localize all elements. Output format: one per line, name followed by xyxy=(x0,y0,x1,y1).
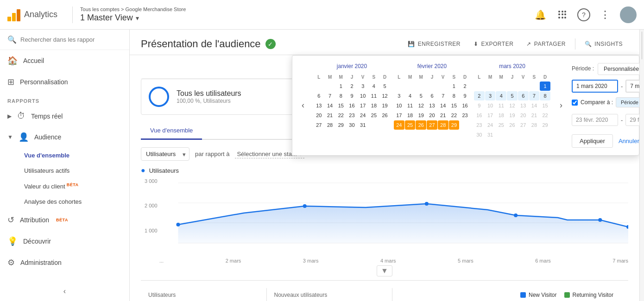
cal-day[interactable]: 19 xyxy=(507,111,518,120)
compare-select[interactable]: Période précédente xyxy=(616,97,639,107)
compare-start-input[interactable] xyxy=(572,114,618,126)
cal-day[interactable]: 19 xyxy=(416,111,426,120)
cal-day-28-feb[interactable]: 28 xyxy=(438,120,448,130)
cal-day-4-mar[interactable]: 4 xyxy=(496,91,506,100)
cal-day[interactable]: 9 xyxy=(474,101,485,110)
cal-day[interactable]: 18 xyxy=(496,111,506,120)
calendar-prev-button[interactable]: ‹ xyxy=(300,99,306,112)
sidebar-sub-vue-ensemble[interactable]: Vue d'ensemble xyxy=(0,148,129,163)
cal-day[interactable]: 21 xyxy=(325,111,335,120)
cal-day-25-feb[interactable]: 25 xyxy=(405,120,416,130)
save-button[interactable]: 💾 ENREGISTRER xyxy=(402,37,466,51)
cancel-button[interactable]: Annuler xyxy=(619,138,639,144)
cal-day[interactable]: 6 xyxy=(427,91,437,100)
sidebar-item-temps-reel[interactable]: ▶ ⏱ Temps réel xyxy=(0,106,129,126)
cal-day[interactable]: 17 xyxy=(485,111,496,120)
cal-day[interactable]: 30 xyxy=(347,120,357,130)
cal-day[interactable]: 12 xyxy=(379,91,390,100)
cal-day-29-feb[interactable]: 29 xyxy=(449,120,460,130)
right-scrollbar[interactable] xyxy=(639,30,644,301)
export-button[interactable]: ⬇ EXPORTER xyxy=(468,37,519,51)
cal-day[interactable]: 2 xyxy=(347,82,357,91)
cal-day[interactable]: 25 xyxy=(496,120,506,130)
cal-day[interactable]: 9 xyxy=(460,91,470,100)
cal-day[interactable]: 10 xyxy=(358,91,368,100)
cal-day[interactable]: 17 xyxy=(358,101,368,110)
cal-day[interactable]: 31 xyxy=(485,130,496,139)
cal-day[interactable]: 7 xyxy=(325,91,335,100)
cal-day-24-feb[interactable]: 24 xyxy=(394,120,404,130)
cal-day[interactable]: 12 xyxy=(416,101,426,110)
master-view-selector[interactable]: 1 Master View ▾ xyxy=(80,13,186,23)
cal-day[interactable]: 16 xyxy=(474,111,485,120)
avatar[interactable] xyxy=(620,6,637,23)
cal-day[interactable]: 26 xyxy=(507,120,518,130)
cal-day[interactable]: 11 xyxy=(369,91,379,100)
cal-day[interactable]: 15 xyxy=(335,101,346,110)
compare-end-input[interactable] xyxy=(625,114,639,126)
cal-day[interactable]: 18 xyxy=(369,101,379,110)
cal-day[interactable]: 13 xyxy=(314,101,324,110)
cal-day[interactable]: 8 xyxy=(335,91,346,100)
cal-day[interactable]: 24 xyxy=(485,120,496,130)
cal-day[interactable]: 14 xyxy=(325,101,335,110)
cal-day[interactable]: 10 xyxy=(485,101,496,110)
cal-day[interactable]: 30 xyxy=(474,130,485,139)
cal-day[interactable]: 17 xyxy=(394,111,404,120)
cal-day[interactable]: 20 xyxy=(314,111,324,120)
cal-day[interactable]: 23 xyxy=(474,120,485,130)
sidebar-item-attribution[interactable]: ↺ Attribution BÉTA xyxy=(0,209,129,231)
apps-icon[interactable] xyxy=(555,7,570,22)
cal-day[interactable]: 16 xyxy=(347,101,357,110)
help-icon[interactable]: ? xyxy=(577,8,590,21)
cal-day[interactable]: 14 xyxy=(529,101,540,110)
cal-day[interactable]: 22 xyxy=(335,111,346,120)
sidebar-sub-analyse-cohortes[interactable]: Analyse des cohortes xyxy=(0,194,129,209)
sidebar-item-decouvrir[interactable]: 💡 Découvrir xyxy=(0,231,129,252)
cal-day[interactable]: 14 xyxy=(438,101,448,110)
cal-day[interactable]: 19 xyxy=(379,101,390,110)
cal-day[interactable]: 1 xyxy=(449,82,460,91)
cal-day[interactable]: 13 xyxy=(518,101,529,110)
cal-day-8-mar[interactable]: 8 xyxy=(540,91,550,100)
cal-day[interactable]: 15 xyxy=(449,101,460,110)
cal-day[interactable]: 27 xyxy=(314,120,324,130)
cal-day[interactable]: 3 xyxy=(358,82,368,91)
cal-day[interactable]: 21 xyxy=(438,111,448,120)
cal-day[interactable]: 11 xyxy=(405,101,416,110)
cal-day[interactable]: 29 xyxy=(335,120,346,130)
cal-day[interactable]: 4 xyxy=(369,82,379,91)
cal-day-27-feb[interactable]: 27 xyxy=(427,120,437,130)
cal-day[interactable]: 23 xyxy=(460,111,470,120)
cal-day[interactable]: 24 xyxy=(358,111,368,120)
start-date-input[interactable] xyxy=(572,80,618,93)
chart-dropdown-icon[interactable]: ▼ xyxy=(377,265,392,276)
sidebar-sub-valeur-client[interactable]: Valeur du clientBÉTA xyxy=(0,178,129,194)
bell-icon[interactable]: 🔔 xyxy=(533,7,548,22)
cal-day[interactable]: 7 xyxy=(438,91,448,100)
insights-button[interactable]: 🔍 INSIGHTS xyxy=(579,37,628,51)
sidebar-item-accueil[interactable]: 🏠 Accueil xyxy=(0,50,129,71)
cal-day[interactable]: 9 xyxy=(347,91,357,100)
cal-day[interactable]: 5 xyxy=(416,91,426,100)
cal-day[interactable]: 26 xyxy=(379,111,390,120)
cal-day-3-mar[interactable]: 3 xyxy=(485,91,496,100)
cal-day-5-mar[interactable]: 5 xyxy=(507,91,518,100)
cal-day[interactable]: 23 xyxy=(347,111,357,120)
sidebar-item-audience[interactable]: ▼ 👤 Audience xyxy=(0,126,129,148)
cal-day[interactable]: 10 xyxy=(394,101,404,110)
tab-vue-ensemble[interactable]: Vue d'ensemble xyxy=(141,122,202,140)
apply-button[interactable]: Appliquer xyxy=(572,134,613,148)
search-input[interactable] xyxy=(20,36,122,43)
cal-day-6-mar[interactable]: 6 xyxy=(518,91,529,100)
cal-day[interactable]: 28 xyxy=(325,120,335,130)
cal-day[interactable]: 8 xyxy=(449,91,460,100)
cal-day[interactable]: 21 xyxy=(529,111,540,120)
cal-day[interactable]: 16 xyxy=(460,101,470,110)
scrollbar-thumb[interactable] xyxy=(642,31,642,59)
cal-day[interactable]: 15 xyxy=(540,101,550,110)
cal-day[interactable]: 13 xyxy=(427,101,437,110)
cal-day[interactable]: 5 xyxy=(379,82,390,91)
cal-day[interactable]: 18 xyxy=(405,111,416,120)
cal-day[interactable]: 1 xyxy=(335,82,346,91)
